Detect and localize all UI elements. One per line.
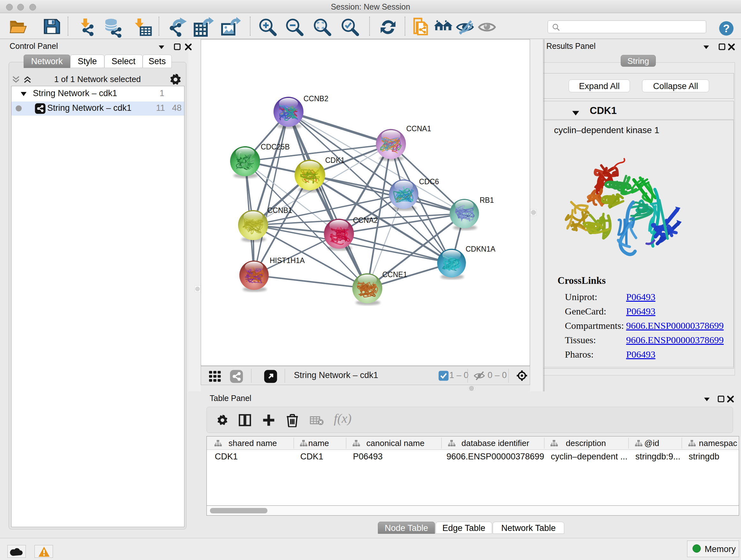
svg-text:CCNB2: CCNB2 <box>304 95 328 103</box>
svg-text:HIST1H1A: HIST1H1A <box>270 256 305 265</box>
svg-text:CDC6: CDC6 <box>419 178 439 186</box>
svg-text:CDC25B: CDC25B <box>261 143 290 151</box>
svg-text:RB1: RB1 <box>480 196 494 204</box>
svg-text:?: ? <box>723 22 730 35</box>
svg-text:CDK1: CDK1 <box>325 156 345 165</box>
svg-text:CCNA2: CCNA2 <box>353 216 378 225</box>
svg-text:CDKN1A: CDKN1A <box>466 245 495 253</box>
svg-text:CCNA1: CCNA1 <box>406 125 431 133</box>
svg-text:CCNE1: CCNE1 <box>382 270 407 279</box>
svg-text:CCNB1: CCNB1 <box>267 206 292 214</box>
